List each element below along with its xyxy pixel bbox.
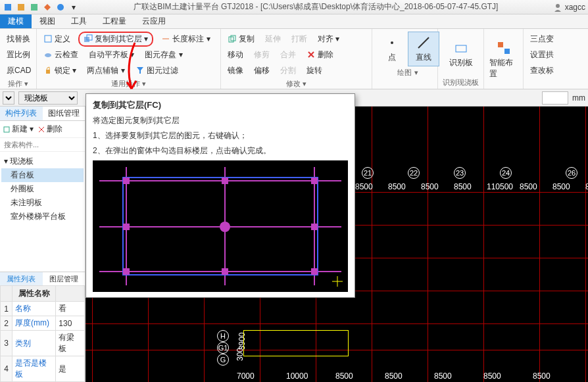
split-button[interactable]: 分割 bbox=[278, 64, 299, 78]
tooltip-step2: 2、在弹出的窗体中勾选目标楼层，点击确认完成。 bbox=[93, 145, 348, 156]
group-label-recognize: 识别现浇板 bbox=[442, 76, 479, 87]
tooltip-title: 复制到其它层(FC) bbox=[93, 99, 348, 111]
menu-bar: 建模 视图 工具 工程量 云应用 bbox=[0, 14, 588, 29]
set-scale-button[interactable]: 置比例 bbox=[4, 48, 33, 62]
cloud-check-button[interactable]: 云检查 bbox=[41, 48, 81, 62]
group-label-draw[interactable]: 绘图 ▾ bbox=[376, 66, 439, 78]
svg-rect-10 bbox=[46, 70, 50, 74]
define-button[interactable]: 定义 bbox=[41, 32, 73, 46]
svg-rect-20 bbox=[4, 127, 9, 132]
tree-item-0[interactable]: 看台板 bbox=[1, 168, 84, 182]
tooltip-desc: 将选定图元复制到其它层 bbox=[93, 115, 348, 126]
tab-tools[interactable]: 工具 bbox=[63, 14, 95, 28]
qat-icon-4[interactable] bbox=[42, 2, 53, 12]
line-button[interactable]: 直线 bbox=[408, 32, 439, 66]
smart-layout-button[interactable]: 智能布置 bbox=[488, 37, 519, 82]
trim-button[interactable]: 修剪 bbox=[251, 48, 272, 62]
tab-drawing-mgmt[interactable]: 图纸管理 bbox=[43, 107, 86, 120]
property-table: 属性名称 1名称看 2厚度(mm)130 3类别有梁板 4是否是楼板是 bbox=[0, 285, 85, 382]
auto-level-button[interactable]: 自动平齐板 ▾ bbox=[86, 48, 137, 62]
length-dim-button[interactable]: 长度标注 ▾ bbox=[159, 32, 212, 46]
recognize-slab-button[interactable]: 识别板 bbox=[445, 37, 477, 71]
search-component-input[interactable] bbox=[3, 139, 82, 150]
qat-dropdown-icon[interactable]: ▾ bbox=[68, 2, 79, 12]
table-row: 1名称看 bbox=[1, 302, 85, 316]
table-row: 4是否是楼板是 bbox=[1, 356, 85, 382]
new-component-button[interactable]: 新建 ▾ bbox=[3, 124, 34, 135]
tooltip-preview bbox=[93, 160, 348, 292]
three-point-button[interactable]: 三点变 bbox=[527, 32, 556, 46]
user-area[interactable]: xagcc bbox=[553, 3, 585, 12]
copy-button[interactable]: 复制 bbox=[225, 32, 257, 46]
mirror-button[interactable]: 镜像 bbox=[225, 64, 246, 78]
table-row: 2厚度(mm)130 bbox=[1, 316, 85, 331]
component-type-select[interactable]: 现浇板 bbox=[18, 91, 78, 105]
svg-point-15 bbox=[391, 41, 393, 44]
group-label-general[interactable]: 通用操作 ▾ bbox=[41, 78, 216, 89]
break-button[interactable]: 打断 bbox=[289, 32, 310, 46]
prop-header-name: 属性名称 bbox=[12, 286, 56, 302]
tree-item-1[interactable]: 外圈板 bbox=[1, 182, 84, 196]
set-arch-button[interactable]: 设置拱 bbox=[527, 48, 556, 62]
qat-icon-3[interactable] bbox=[29, 2, 39, 12]
svg-rect-17 bbox=[456, 45, 466, 52]
merge-button[interactable]: 合并 bbox=[278, 48, 299, 62]
tab-build[interactable]: 建模 bbox=[0, 14, 32, 28]
offset-button[interactable]: 偏移 bbox=[251, 64, 272, 78]
property-panel: 属性列表 图层管理 属性名称 1名称看 2厚度(mm)130 3类别有梁板 4是… bbox=[0, 272, 85, 382]
svg-rect-2 bbox=[31, 4, 37, 11]
user-name: xagcc bbox=[565, 3, 585, 12]
tab-props[interactable]: 属性列表 bbox=[0, 272, 43, 285]
elem-filter-button[interactable]: 图元过滤 bbox=[133, 64, 181, 78]
qat-icon-1[interactable] bbox=[3, 2, 13, 12]
tab-view[interactable]: 视图 bbox=[32, 14, 63, 28]
window-title: 广联达BIM土建计量平台 GTJ2018 - [C:\Users\郝成喜\Des… bbox=[79, 1, 553, 12]
unit-label: mm bbox=[572, 93, 585, 103]
component-tree: ▾ 现浇板 看台板 外圈板 未注明板 室外楼梯平台板 bbox=[0, 152, 85, 226]
delete-button[interactable]: 删除 bbox=[304, 48, 336, 62]
tab-cloud[interactable]: 云应用 bbox=[134, 14, 174, 28]
extend-button[interactable]: 延伸 bbox=[262, 32, 283, 46]
table-row: 3类别有梁板 bbox=[1, 331, 85, 356]
tree-root[interactable]: ▾ 现浇板 bbox=[1, 155, 84, 168]
delete-component-button[interactable]: 删除 bbox=[37, 124, 62, 135]
qat-icon-2[interactable] bbox=[16, 2, 26, 12]
point-button[interactable]: 点 bbox=[376, 32, 408, 66]
svg-rect-19 bbox=[504, 49, 510, 54]
user-icon bbox=[553, 3, 562, 12]
svg-line-16 bbox=[418, 37, 429, 48]
svg-rect-1 bbox=[18, 4, 24, 11]
tooltip-step1: 1、选择要复制到其它层的图元，右键确认； bbox=[93, 130, 348, 141]
align-button[interactable]: 对齐 ▾ bbox=[315, 32, 342, 46]
find-replace-button[interactable]: 找替换 bbox=[4, 32, 33, 46]
tree-item-2[interactable]: 未注明板 bbox=[1, 196, 84, 210]
move-button[interactable]: 移动 bbox=[225, 48, 246, 62]
svg-rect-18 bbox=[498, 42, 503, 47]
tree-item-3[interactable]: 室外楼梯平台板 bbox=[1, 210, 84, 224]
ribbon: 找替换 置比例 原CAD 操作 ▾ 定义 复制到其它层 ▾ 长度标注 ▾ 云检查… bbox=[0, 29, 588, 89]
orig-cad-button[interactable]: 原CAD bbox=[4, 64, 34, 78]
tooltip-copy-to-layer: 复制到其它层(FC) 将选定图元复制到其它层 1、选择要复制到其它层的图元，右键… bbox=[86, 93, 355, 298]
copy-to-other-layer-button[interactable]: 复制到其它层 ▾ bbox=[78, 32, 153, 47]
svg-rect-0 bbox=[5, 4, 11, 11]
floor-select[interactable] bbox=[3, 91, 14, 105]
qat-icon-5[interactable] bbox=[55, 2, 66, 12]
quick-access-toolbar: ▾ bbox=[3, 2, 79, 12]
check-label-button[interactable]: 查改标 bbox=[527, 64, 556, 78]
group-label-ops[interactable]: 操作 ▾ bbox=[4, 78, 32, 89]
left-panel: 构件列表 图纸管理 新建 ▾ 删除 ▾ 现浇板 看台板 外圈板 未注明板 室外楼… bbox=[0, 107, 86, 382]
cursor-icon bbox=[332, 276, 343, 287]
tab-component-list[interactable]: 构件列表 bbox=[0, 107, 43, 120]
svg-point-3 bbox=[57, 4, 64, 11]
lock-button[interactable]: 锁定 ▾ bbox=[41, 64, 79, 78]
group-label-modify[interactable]: 修改 ▾ bbox=[225, 78, 368, 89]
two-point-aux-button[interactable]: 两点辅轴 ▾ bbox=[84, 64, 127, 78]
svg-point-9 bbox=[45, 53, 51, 57]
tab-layers[interactable]: 图层管理 bbox=[43, 272, 86, 285]
svg-point-4 bbox=[556, 4, 560, 8]
tab-quantity[interactable]: 工程量 bbox=[95, 14, 134, 28]
elem-save-button[interactable]: 图元存盘 ▾ bbox=[142, 48, 185, 62]
coord-input[interactable] bbox=[542, 91, 568, 105]
svg-rect-5 bbox=[45, 36, 51, 42]
rotate-button[interactable]: 旋转 bbox=[304, 64, 325, 78]
